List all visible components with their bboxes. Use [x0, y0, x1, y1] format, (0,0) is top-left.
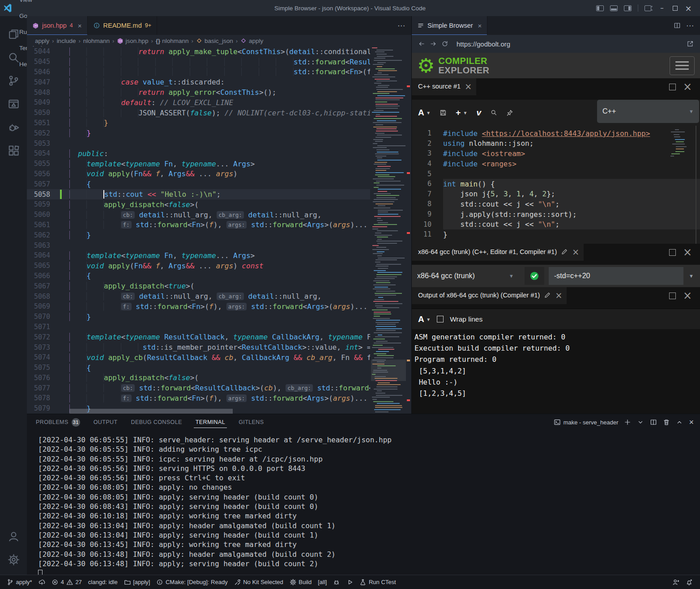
- maximize-panel-icon[interactable]: [676, 419, 683, 426]
- terminal-dropdown-icon[interactable]: [637, 419, 644, 426]
- feedback-item[interactable]: [669, 579, 683, 586]
- breadcrumb-item[interactable]: apply: [240, 38, 263, 44]
- kill-terminal-icon[interactable]: [663, 419, 670, 426]
- settings-gear-icon[interactable]: [3, 548, 24, 571]
- tab-simple-browser[interactable]: Simple Browser ×: [412, 16, 487, 35]
- more-actions-icon[interactable]: ⋯: [686, 21, 694, 30]
- rename-icon[interactable]: [561, 248, 568, 255]
- launch-item[interactable]: [343, 575, 357, 589]
- hamburger-menu-icon[interactable]: [670, 56, 695, 75]
- cmake-icon[interactable]: [3, 92, 24, 115]
- browser-tab-bar: Simple Browser × ⋯: [412, 16, 700, 35]
- breadcrumb-item[interactable]: basic_json: [196, 38, 233, 44]
- panel-tab-gitlens[interactable]: GITLENS: [237, 414, 265, 430]
- minimize-button[interactable]: –: [657, 4, 666, 12]
- language-select[interactable]: C++▼: [597, 100, 699, 123]
- build-target-item[interactable]: [all]: [315, 575, 330, 589]
- compile-status: [525, 267, 544, 285]
- toggle-panel-icon[interactable]: [610, 5, 618, 11]
- clangd-status-item[interactable]: clangd: idle: [85, 575, 121, 589]
- publish-changes-item[interactable]: [35, 575, 49, 589]
- split-editor-icon[interactable]: [674, 22, 681, 29]
- breadcrumb-item[interactable]: nlohmann: [83, 38, 110, 44]
- ruler-mark: [407, 172, 410, 174]
- maximize-pane-icon[interactable]: [669, 84, 676, 90]
- font-size-button[interactable]: A ▼: [418, 314, 431, 324]
- code-line: 5065 void apply(Fn&& f, Args&& ... args)…: [27, 261, 370, 271]
- close-panel-icon[interactable]: ×: [689, 418, 694, 427]
- panel-tab-output[interactable]: OUTPUT: [92, 414, 120, 430]
- tab-json-hpp[interactable]: json.hpp 4 ×: [27, 16, 88, 35]
- open-external-icon[interactable]: [687, 40, 694, 47]
- vim-toggle-icon[interactable]: v: [476, 108, 481, 118]
- terminal-instance-label[interactable]: make - serve_header: [554, 419, 619, 426]
- toggle-sidebar-icon[interactable]: [596, 5, 604, 11]
- close-pane-icon[interactable]: ×: [683, 84, 692, 90]
- source-scrollbar[interactable]: [696, 126, 696, 244]
- cmake-kit-item[interactable]: No Kit Selected: [231, 575, 286, 589]
- close-icon[interactable]: ×: [572, 249, 579, 255]
- reload-icon[interactable]: [441, 40, 448, 47]
- problems-item[interactable]: 4 27: [48, 575, 85, 589]
- notifications-item[interactable]: [683, 579, 696, 586]
- cmake-build-item[interactable]: Build: [286, 575, 315, 589]
- close-window-button[interactable]: ×: [684, 4, 693, 13]
- source-tab[interactable]: C++ source #1 ×: [412, 78, 476, 95]
- panel-tab-debug-console[interactable]: DEBUG CONSOLE: [129, 414, 184, 430]
- save-icon[interactable]: [440, 109, 447, 116]
- terminal-line: [2022-04-30 06:13:04] INFO: apply: heade…: [38, 521, 700, 531]
- code-editor[interactable]: 5044 return apply_make_tuple<ConstThis>(…: [27, 47, 411, 414]
- ctest-item[interactable]: Run CTest: [356, 575, 399, 589]
- font-size-button[interactable]: A ▼: [418, 108, 431, 118]
- close-icon[interactable]: ×: [555, 292, 562, 299]
- info-icon: [156, 579, 163, 586]
- close-pane-icon[interactable]: ×: [683, 249, 692, 256]
- more-actions-icon[interactable]: ⋯: [397, 21, 405, 30]
- source-code-editor[interactable]: 1#include <https://localhost:8443/apply/…: [412, 126, 700, 244]
- args-dropdown-icon[interactable]: ▼: [688, 273, 696, 279]
- output-tab[interactable]: Output of x86-64 gcc (trunk) (Compiler #…: [412, 287, 567, 304]
- cmake-folder-item[interactable]: [apply]: [121, 575, 154, 589]
- maximize-pane-icon[interactable]: [669, 292, 676, 299]
- account-icon[interactable]: [3, 525, 24, 548]
- maximize-button[interactable]: [673, 6, 678, 11]
- menu-view[interactable]: View: [15, 0, 48, 8]
- horizontal-scrollbar[interactable]: [69, 409, 233, 414]
- cmake-status-item[interactable]: CMake: [Debug]: Ready: [153, 575, 230, 589]
- debug-item[interactable]: [330, 575, 343, 589]
- forward-icon[interactable]: [430, 40, 437, 47]
- panel-tab-terminal[interactable]: TERMINAL: [194, 414, 227, 430]
- close-tab-icon[interactable]: ×: [78, 22, 82, 30]
- extensions-icon[interactable]: [3, 139, 24, 162]
- breadcrumb-item[interactable]: include: [57, 38, 76, 44]
- compiler-tab[interactable]: x86-64 gcc (trunk) (C++, Editor #1, Comp…: [412, 244, 584, 261]
- back-icon[interactable]: [418, 40, 425, 47]
- compiler-select[interactable]: x86-64 gcc (trunk)▼: [417, 272, 520, 280]
- terminal-output[interactable]: [2022-04-30 06:05:55] INFO: serve_header…: [27, 430, 700, 575]
- tab-readme-md[interactable]: README.md 9+: [88, 16, 157, 35]
- close-tab-icon[interactable]: ×: [478, 22, 482, 30]
- rename-icon[interactable]: [544, 292, 551, 299]
- breadcrumb-item[interactable]: {}nlohmann: [156, 38, 189, 44]
- compiler-args-input[interactable]: -std=c++20: [549, 267, 683, 285]
- minimap[interactable]: [371, 47, 406, 414]
- git-branch-item[interactable]: apply*: [4, 575, 35, 589]
- toggle-secondary-sidebar-icon[interactable]: [624, 5, 632, 11]
- breadcrumb-item[interactable]: json.hpp: [117, 38, 148, 44]
- new-terminal-icon[interactable]: [624, 419, 631, 426]
- breadcrumb[interactable]: apply›include›nlohmann›json.hpp›{}nlohma…: [27, 35, 411, 47]
- url-input[interactable]: https://godbolt.org: [453, 40, 682, 48]
- maximize-pane-icon[interactable]: [669, 249, 676, 256]
- add-pane-button[interactable]: + ▼: [456, 108, 467, 118]
- customize-layout-icon[interactable]: [645, 5, 651, 11]
- code-line: 5060 cb: detail::null_arg, cb_arg: detai…: [27, 210, 370, 220]
- run-debug-icon[interactable]: [3, 115, 24, 139]
- split-terminal-icon[interactable]: [650, 419, 657, 426]
- panel-tab-problems[interactable]: PROBLEMS31: [34, 414, 82, 430]
- shortcut-icon[interactable]: [506, 109, 513, 116]
- close-pane-icon[interactable]: ×: [683, 292, 692, 299]
- editor-group: json.hpp 4 × README.md 9+ ⋯ a: [27, 16, 412, 414]
- close-icon[interactable]: ×: [465, 83, 472, 90]
- wrap-lines-checkbox[interactable]: [437, 316, 444, 322]
- zoom-icon[interactable]: [490, 109, 497, 116]
